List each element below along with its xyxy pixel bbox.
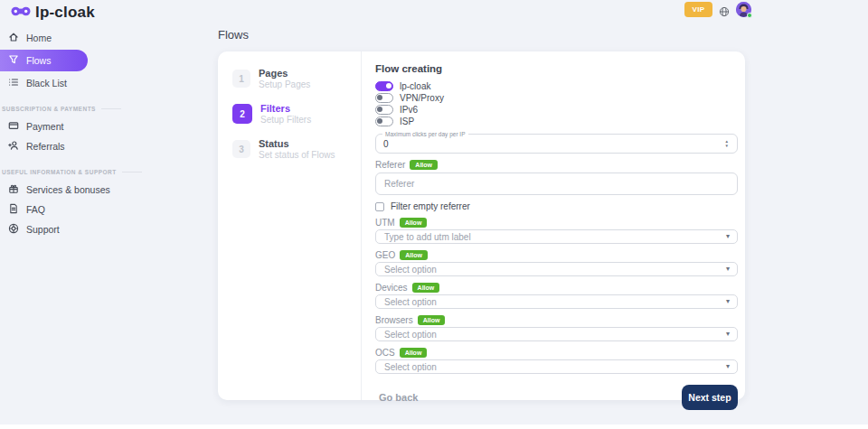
credit-card-icon xyxy=(8,120,19,133)
chevron-down-icon: ▾ xyxy=(726,362,730,370)
max-clicks-input[interactable] xyxy=(383,135,718,153)
chevron-down-icon: ▾ xyxy=(726,265,730,273)
sidebar-item-referrals[interactable]: Referrals xyxy=(0,137,212,155)
online-status-dot xyxy=(747,13,752,18)
home-icon xyxy=(8,32,19,44)
referrer-label-row: Referer Allow xyxy=(375,159,738,170)
toggle-label: ISP xyxy=(400,117,414,126)
toggle-row-isp: ISP xyxy=(375,116,738,126)
geo-label: GEO xyxy=(375,250,395,260)
referrer-allow-badge[interactable]: Allow xyxy=(410,160,438,170)
ocs-select[interactable]: Select option ▾ xyxy=(375,359,738,374)
utm-label-row: UTM Allow xyxy=(375,217,738,228)
document-icon xyxy=(8,203,19,216)
vip-button[interactable]: VIP xyxy=(684,2,712,17)
flow-form: Flow creating lp-cloak VPN/Proxy IPv6 IS… xyxy=(375,51,738,410)
step-pages[interactable]: 1 Pages Setup Pages xyxy=(232,68,359,90)
toggle-label: IPv6 xyxy=(400,105,418,115)
step-number: 3 xyxy=(232,140,250,158)
referrer-input[interactable] xyxy=(375,173,738,195)
devices-allow-badge[interactable]: Allow xyxy=(412,283,440,293)
sidebar-item-label: Referrals xyxy=(26,141,65,152)
filter-empty-row: Filter empty referrer xyxy=(375,201,738,211)
top-header: lp-cloak VIP xyxy=(0,0,868,23)
sidebar-item-payment[interactable]: Payment xyxy=(0,117,212,135)
max-clicks-field: Maximum clicks per day per IP ▲▼ xyxy=(375,134,738,154)
ocs-label-row: OCS Allow xyxy=(375,347,738,358)
step-number: 2 xyxy=(232,104,252,124)
toggle-row-lp-cloak: lp-cloak xyxy=(375,80,738,91)
step-title: Status xyxy=(259,138,335,150)
step-filters-active[interactable]: 2 Filters Setup Filters xyxy=(232,103,359,126)
lp-cloak-toggle[interactable] xyxy=(375,81,393,91)
sidebar-item-label: Flows xyxy=(26,55,51,66)
card-divider xyxy=(361,51,362,400)
toggle-row-ipv6: IPv6 xyxy=(375,104,738,115)
utm-allow-badge[interactable]: Allow xyxy=(400,218,428,228)
devices-select[interactable]: Select option ▾ xyxy=(375,294,738,309)
utm-label: UTM xyxy=(375,218,395,228)
devices-label: Devices xyxy=(375,283,408,293)
step-subtitle: Setup Filters xyxy=(260,115,311,126)
sidebar-item-label: FAQ xyxy=(26,204,45,215)
geo-allow-badge[interactable]: Allow xyxy=(400,250,428,260)
person-add-icon xyxy=(8,140,19,153)
brand-name: lp-cloak xyxy=(35,4,95,22)
form-title: Flow creating xyxy=(375,63,738,74)
chevron-down-icon: ▾ xyxy=(726,330,730,338)
ocs-allow-badge[interactable]: Allow xyxy=(400,348,428,358)
go-back-button[interactable]: Go back xyxy=(375,392,418,403)
sidebar-item-faq[interactable]: FAQ xyxy=(0,201,212,219)
step-number: 1 xyxy=(232,70,250,88)
step-title: Pages xyxy=(259,68,310,79)
toggle-label: VPN/Proxy xyxy=(400,93,444,103)
mask-logo-icon xyxy=(11,5,31,21)
browsers-label: Browsers xyxy=(375,315,413,325)
sidebar-section-label: SUBSCRIPTION & PAYMENTS xyxy=(0,106,212,112)
browsers-select[interactable]: Select option ▾ xyxy=(375,327,738,341)
chevron-down-icon: ▾ xyxy=(726,232,730,240)
sidebar-item-label: Support xyxy=(26,224,60,235)
devices-label-row: Devices Allow xyxy=(375,282,738,293)
lifebuoy-icon xyxy=(8,223,19,236)
geo-select[interactable]: Select option ▾ xyxy=(375,262,738,276)
sidebar: Home Flows Black List SUBSCRIPTION & PAY… xyxy=(0,29,212,238)
browsers-allow-badge[interactable]: Allow xyxy=(418,315,446,325)
utm-select[interactable]: Type to add utm label ▾ xyxy=(375,229,738,244)
sidebar-item-black-list[interactable]: Black List xyxy=(0,74,212,92)
toggle-label: lp-cloak xyxy=(400,81,430,91)
toggle-row-vpn-proxy: VPN/Proxy xyxy=(375,92,738,103)
gift-icon xyxy=(8,183,19,196)
brand-logo[interactable]: lp-cloak xyxy=(11,4,95,22)
sidebar-item-support[interactable]: Support xyxy=(0,220,212,238)
browsers-label-row: Browsers Allow xyxy=(375,314,738,325)
chevron-down-icon: ▾ xyxy=(726,297,730,305)
step-subtitle: Set status of Flows xyxy=(259,150,335,161)
sidebar-item-label: Home xyxy=(26,33,52,43)
geo-label-row: GEO Allow xyxy=(375,249,738,260)
step-title: Filters xyxy=(260,103,311,115)
app-background: lp-cloak VIP xyxy=(0,0,868,424)
filter-empty-label: Filter empty referrer xyxy=(391,201,470,211)
sidebar-item-label: Services & bonuses xyxy=(26,184,110,195)
step-status[interactable]: 3 Status Set status of Flows xyxy=(232,138,359,161)
referrer-label: Referer xyxy=(375,160,405,170)
isp-toggle[interactable] xyxy=(375,117,393,126)
sidebar-item-services[interactable]: Services & bonuses xyxy=(0,181,212,199)
sidebar-item-label: Payment xyxy=(26,121,63,132)
filter-empty-checkbox[interactable] xyxy=(375,202,384,211)
number-stepper-icon[interactable]: ▲▼ xyxy=(725,139,729,148)
sidebar-item-home[interactable]: Home xyxy=(0,29,212,47)
ocs-label: OCS xyxy=(375,348,395,358)
ipv6-toggle[interactable] xyxy=(375,105,393,115)
sidebar-item-flows-active[interactable]: Flows xyxy=(0,50,88,71)
user-avatar[interactable] xyxy=(736,2,751,17)
vpn-proxy-toggle[interactable] xyxy=(375,93,393,103)
flows-icon xyxy=(8,54,19,67)
next-step-button[interactable]: Next step xyxy=(682,385,738,410)
sidebar-section-label: USEFUL INFORMATION & SUPPORT xyxy=(0,169,212,175)
flow-card: 1 Pages Setup Pages 2 Filters Setup Filt… xyxy=(218,51,745,400)
stepper: 1 Pages Setup Pages 2 Filters Setup Filt… xyxy=(232,68,359,173)
list-icon xyxy=(8,77,19,89)
globe-icon[interactable] xyxy=(719,5,730,15)
